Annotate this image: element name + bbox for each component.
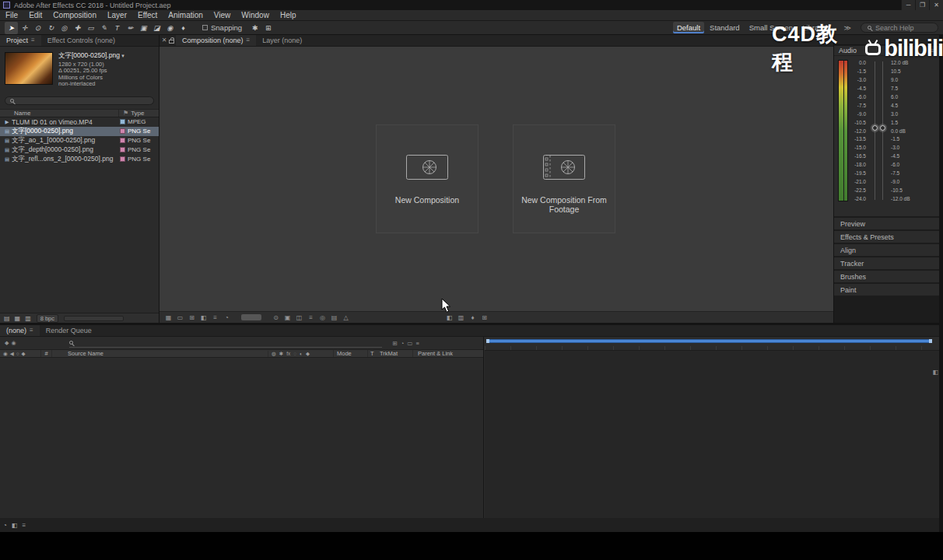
av-feature-icon[interactable]: ◉ xyxy=(3,351,8,357)
menu-item[interactable]: Composition xyxy=(47,10,102,20)
panel-menu-icon[interactable]: ≡ xyxy=(31,35,35,46)
文字_ao_1_[0000-0250].png[interactable]: ▤ 文字_ao_1_[0000-0250].png PNG Se xyxy=(0,136,159,145)
文字[0000-0250].png[interactable]: ▤ 文字[0000-0250].png PNG Se xyxy=(0,127,159,136)
viewer-toolbar-icon[interactable]: △ xyxy=(341,314,351,321)
TLUM ID 01 on Vimeo.MP4[interactable]: ▶ TLUM ID 01 on Vimeo.MP4 MPEG xyxy=(0,117,159,127)
tab-layer[interactable]: Layer (none) xyxy=(256,35,308,46)
viewer-toolbar-icon[interactable]: ▤ xyxy=(329,314,339,321)
viewer-toolbar-icon[interactable]: ⊙ xyxy=(271,314,281,321)
snapping-option-icon[interactable]: ✱ xyxy=(248,22,261,34)
menu-item[interactable]: View xyxy=(209,10,237,20)
av-feature-icon[interactable]: ◀ xyxy=(10,351,14,357)
viewer-toolbar-icon[interactable]: ≡ xyxy=(306,314,316,321)
panel-preview[interactable]: Preview xyxy=(834,218,939,231)
column-header-parent-link[interactable]: Parent & Link xyxy=(412,350,483,357)
label-color-swatch[interactable] xyxy=(120,156,125,162)
layer-switch-icon[interactable]: ◐ xyxy=(300,351,303,357)
tab-render-queue[interactable]: Render Queue xyxy=(40,325,98,336)
文字_depth[0000-0250].png[interactable]: ▤ 文字_depth[0000-0250].png PNG Se xyxy=(0,145,159,155)
project-zoom-slider[interactable] xyxy=(64,316,124,321)
column-header-trkmat[interactable]: TrkMat xyxy=(378,350,412,357)
zoom-tool[interactable]: ⊙ xyxy=(31,22,44,34)
viewer-toolbar-icon[interactable]: ◔ xyxy=(222,314,232,321)
menu-item[interactable]: Window xyxy=(236,10,275,20)
scrollbar-icon[interactable]: ◧ xyxy=(932,369,938,376)
work-area-bar[interactable] xyxy=(486,339,932,343)
selection-tool[interactable]: ➤ xyxy=(5,22,18,34)
layer-switch-icon[interactable]: ◌ xyxy=(293,351,296,357)
panel-menu-icon[interactable]: ≡ xyxy=(247,35,251,46)
label-color-swatch[interactable] xyxy=(120,147,125,152)
viewer-toolbar-icon[interactable]: ◫ xyxy=(294,314,304,321)
tab-effect-controls[interactable]: Effect Controls (none) xyxy=(41,35,121,46)
tab-timeline-none[interactable]: (none) ≡ xyxy=(0,325,40,336)
close-button[interactable]: ✕ xyxy=(929,0,943,10)
av-feature-icon[interactable]: ○ xyxy=(16,351,19,357)
workspace-default[interactable]: Default xyxy=(673,22,704,33)
time-ruler[interactable] xyxy=(485,337,939,351)
panel-align[interactable]: Align xyxy=(834,244,939,257)
tab-project[interactable]: Project ≡ xyxy=(0,35,41,46)
project-footer-icon[interactable]: ▦ xyxy=(15,315,21,322)
new-composition-from-footage-button[interactable]: New Composition From Footage xyxy=(513,124,615,233)
viewer-timecode[interactable] xyxy=(241,314,261,320)
tab-composition[interactable]: Composition (none) ≡ xyxy=(176,35,256,46)
footage-thumbnail[interactable] xyxy=(5,52,53,85)
panel-menu-icon[interactable]: ≡ xyxy=(30,325,33,336)
timeline-view-icon[interactable]: ≡ xyxy=(415,340,419,347)
viewer-toolbar-icon[interactable]: ◧ xyxy=(198,314,209,321)
dropdown-icon[interactable]: ▾ xyxy=(121,53,124,58)
menu-item[interactable]: File xyxy=(0,10,23,20)
project-footer-icon[interactable]: ▤ xyxy=(4,315,10,322)
maximize-button[interactable]: ❐ xyxy=(915,0,929,10)
project-footer-icon[interactable]: ▥ xyxy=(25,315,31,322)
viewer-toolbar-icon[interactable]: ≡ xyxy=(210,314,220,321)
timeline-search-input[interactable] xyxy=(69,339,382,348)
camera-tool[interactable]: ◎ xyxy=(58,22,71,34)
label-color-swatch[interactable] xyxy=(120,128,125,134)
label-color-swatch[interactable] xyxy=(120,138,125,143)
menu-item[interactable]: Layer xyxy=(102,10,132,20)
column-header-type[interactable]: ⚑ Type xyxy=(118,110,159,117)
timeline-view-icon[interactable]: ⊞ xyxy=(393,340,398,347)
timeline-mini-icon[interactable]: ◉ xyxy=(11,340,16,346)
timeline-footer-icon[interactable]: ◧ xyxy=(12,522,18,529)
viewer-toolbar-icon[interactable]: ⊞ xyxy=(187,314,197,321)
viewer-toolbar-icon[interactable]: ♦ xyxy=(468,314,478,321)
viewer-toolbar-icon[interactable]: ⊞ xyxy=(479,314,489,321)
shape-tool[interactable]: ▭ xyxy=(84,22,97,34)
menu-item[interactable]: Edit xyxy=(23,10,47,20)
workspace-standard[interactable]: Standard xyxy=(706,22,744,33)
layer-switch-icon[interactable]: fx xyxy=(286,351,290,357)
lock-icon[interactable] xyxy=(169,40,174,44)
menu-item[interactable]: Help xyxy=(275,10,302,20)
viewer-toolbar-icon[interactable]: ▣ xyxy=(282,314,293,321)
timeline-footer-icon[interactable]: ◔ xyxy=(3,522,7,529)
panel-brushes[interactable]: Brushes xyxy=(834,271,939,284)
viewer-toolbar-icon[interactable]: ▥ xyxy=(456,314,466,321)
eraser-tool[interactable]: ◪ xyxy=(150,22,163,34)
new-composition-button[interactable]: New Composition xyxy=(376,124,479,233)
layer-switch-icon[interactable]: ◆ xyxy=(306,351,310,357)
close-icon[interactable]: ✕ xyxy=(160,35,169,46)
pan-behind-tool[interactable]: ✚ xyxy=(71,22,84,34)
puppet-pin-tool[interactable]: ♦ xyxy=(177,22,190,34)
timeline-view-icon[interactable]: ◔ xyxy=(401,340,405,347)
viewer-toolbar-icon[interactable]: ▦ xyxy=(163,314,174,321)
bpc-button[interactable]: 8 bpc xyxy=(37,314,58,323)
viewer-toolbar-icon[interactable]: ◎ xyxy=(317,314,328,321)
column-header-source-name[interactable]: Source Name xyxy=(51,350,268,357)
audio-fader-right[interactable] xyxy=(880,125,885,131)
layer-switch-icon[interactable]: ✱ xyxy=(279,351,283,357)
brush-tool[interactable]: ✏ xyxy=(124,22,137,34)
clone-stamp-tool[interactable]: ▣ xyxy=(137,22,150,34)
type-tool[interactable]: T xyxy=(110,22,124,34)
pen-tool[interactable]: ✎ xyxy=(97,22,110,34)
文字_refl...ons_2_[0000-0250].png[interactable]: ▤ 文字_refl...ons_2_[0000-0250].png PNG Se xyxy=(0,155,159,164)
audio-fader-left[interactable] xyxy=(872,125,878,131)
viewer-toolbar-icon[interactable]: ◧ xyxy=(444,314,454,321)
label-color-swatch[interactable] xyxy=(120,119,125,124)
snapping-option-icon[interactable]: ⊞ xyxy=(261,22,275,34)
menu-item[interactable]: Effect xyxy=(132,10,163,20)
panel-tracker[interactable]: Tracker xyxy=(834,257,939,271)
